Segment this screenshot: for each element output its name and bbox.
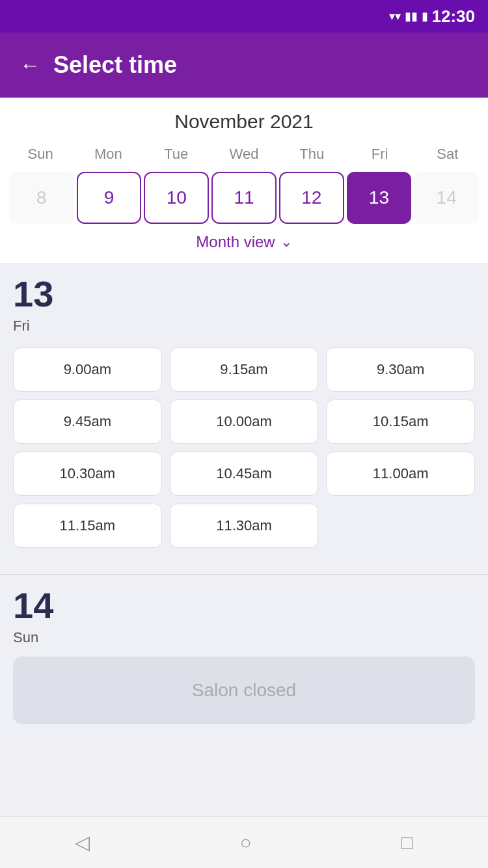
weekday-sun: Sun bbox=[7, 143, 74, 165]
salon-closed-banner: Salon closed bbox=[13, 657, 475, 724]
wifi-icon: ▾▾ bbox=[389, 9, 401, 23]
nav-home-button[interactable]: ○ bbox=[239, 832, 251, 854]
weekday-wed: Wed bbox=[210, 143, 278, 165]
month-view-label: Month view bbox=[196, 233, 275, 251]
weekdays-row: Sun Mon Tue Wed Thu Fri Sat bbox=[7, 143, 481, 165]
chevron-down-icon: ⌄ bbox=[280, 234, 292, 251]
time-slot-915am[interactable]: 9.15am bbox=[170, 347, 319, 392]
back-button[interactable]: ← bbox=[20, 53, 40, 77]
day-9[interactable]: 9 bbox=[77, 172, 142, 224]
weekday-thu: Thu bbox=[278, 143, 346, 165]
closed-section-14: 14 Sun Salon closed bbox=[0, 588, 488, 737]
section-divider bbox=[0, 574, 488, 575]
time-slot-1100am[interactable]: 11.00am bbox=[326, 452, 475, 496]
day-10[interactable]: 10 bbox=[144, 172, 209, 224]
day-number-13: 13 Fri bbox=[13, 276, 60, 334]
day-number-14: 14 Sun bbox=[13, 588, 60, 646]
signal-icon: ▮▮ bbox=[405, 9, 418, 23]
time-slot-1030am[interactable]: 10.30am bbox=[13, 452, 162, 496]
time-slot-1130am[interactable]: 11.30am bbox=[170, 504, 319, 548]
weekday-mon: Mon bbox=[74, 143, 142, 165]
nav-recent-button[interactable]: □ bbox=[401, 832, 413, 854]
weekday-fri: Fri bbox=[346, 143, 413, 165]
status-time: 12:30 bbox=[432, 7, 476, 27]
status-icons: ▾▾ ▮▮ ▮ 12:30 bbox=[389, 7, 476, 27]
day-header-14: 14 Sun bbox=[13, 588, 475, 646]
time-slot-1115am[interactable]: 11.15am bbox=[13, 504, 162, 548]
month-year-label: November 2021 bbox=[7, 111, 481, 133]
time-grid-13: 9.00am 9.15am 9.30am 9.45am 10.00am 10.1… bbox=[13, 347, 475, 548]
page-title: Select time bbox=[53, 51, 177, 79]
nav-back-button[interactable]: ◁ bbox=[75, 831, 90, 854]
day-8: 8 bbox=[9, 172, 74, 224]
time-slot-1000am[interactable]: 10.00am bbox=[170, 400, 319, 444]
main-content: November 2021 Sun Mon Tue Wed Thu Fri Sa… bbox=[0, 98, 488, 816]
day-14: 14 bbox=[414, 172, 479, 224]
day-11[interactable]: 11 bbox=[211, 172, 277, 224]
status-bar: ▾▾ ▮▮ ▮ 12:30 bbox=[0, 0, 488, 33]
time-slot-945am[interactable]: 9.45am bbox=[13, 400, 162, 444]
days-row: 8 9 10 11 12 13 14 bbox=[7, 172, 481, 224]
weekday-sat: Sat bbox=[414, 143, 481, 165]
header: ← Select time bbox=[0, 33, 488, 98]
day-header-13: 13 Fri bbox=[13, 276, 475, 334]
day-12[interactable]: 12 bbox=[279, 172, 344, 224]
time-section-13: 13 Fri 9.00am 9.15am 9.30am 9.45am 10.00… bbox=[0, 263, 488, 561]
calendar-section: November 2021 Sun Mon Tue Wed Thu Fri Sa… bbox=[0, 98, 488, 263]
month-view-toggle[interactable]: Month view ⌄ bbox=[7, 224, 481, 256]
weekday-tue: Tue bbox=[142, 143, 210, 165]
time-slot-930am[interactable]: 9.30am bbox=[326, 347, 475, 392]
battery-icon: ▮ bbox=[422, 9, 428, 23]
bottom-nav: ◁ ○ □ bbox=[0, 816, 488, 868]
day-13[interactable]: 13 bbox=[347, 172, 412, 224]
time-slot-1015am[interactable]: 10.15am bbox=[326, 400, 475, 444]
time-slot-1045am[interactable]: 10.45am bbox=[170, 452, 319, 496]
salon-closed-label: Salon closed bbox=[192, 680, 296, 700]
time-slot-900am[interactable]: 9.00am bbox=[13, 347, 162, 392]
